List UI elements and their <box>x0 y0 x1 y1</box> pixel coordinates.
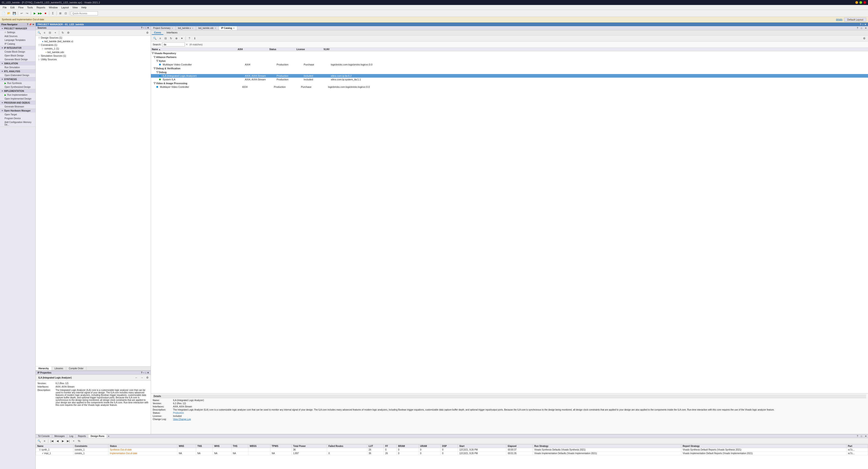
ip-item-system-ila[interactable]: System ILA AXI4, AXI4-Stream Production … <box>151 78 868 81</box>
nav-item-add-config-memory[interactable]: Add Configuration Memory De... <box>0 120 35 127</box>
tb-run2[interactable]: ▶▶ <box>37 11 42 16</box>
tab-ip-catalog[interactable]: IP Catalog ✕ <box>219 26 238 30</box>
nav-item-program-device[interactable]: Program Device <box>0 116 35 120</box>
ip-item-ila[interactable]: ILA (Integrated Logic Analyzer) AXI4, AX… <box>151 74 868 78</box>
details-link[interactable]: details <box>836 18 842 21</box>
nav-item-open-elaborated-design[interactable]: Open Elaborated Design <box>0 73 35 77</box>
ip-props-maximize[interactable]: □ <box>145 371 146 374</box>
ip-props-minimize[interactable]: − <box>143 371 144 374</box>
ip-collapse-btn[interactable]: ⊟ <box>163 36 168 41</box>
tb-redo[interactable]: ↪ <box>25 11 30 16</box>
menu-file[interactable]: File <box>1 6 8 9</box>
bottom-close[interactable]: ✕ <box>864 434 868 438</box>
ip-group-video-image[interactable]: ▽ Video & Image Processing <box>151 81 868 85</box>
tab-messages[interactable]: Messages <box>52 434 67 438</box>
tab-compile-order[interactable]: Compile Order <box>66 367 87 370</box>
tab-log[interactable]: Log <box>67 434 76 438</box>
ip-group-vivado-repo[interactable]: ▽ Vivado Repository <box>151 51 868 55</box>
ip-search-icon[interactable]: 🔍 <box>152 36 157 41</box>
sources-refresh-btn[interactable]: ↻ <box>60 30 65 35</box>
ip-item-mvc-1[interactable]: Multilayer Video Controller AXI4 Product… <box>151 63 868 66</box>
ip-search-input[interactable] <box>162 42 185 46</box>
ip-group-alliance-partners[interactable]: ▽ Alliance Partners <box>151 55 868 59</box>
ip-customize-btn[interactable]: ✦ <box>179 36 184 41</box>
nav-item-ip-catalog[interactable]: IP Catalog <box>0 42 35 46</box>
nav-section-header-hw-manager[interactable]: ▼ Open Hardware Manager <box>0 109 35 113</box>
menu-layout[interactable]: Layout <box>59 6 70 9</box>
sources-maximize[interactable]: □ <box>145 27 146 29</box>
tabs-help[interactable]: ? <box>855 26 860 30</box>
nav-section-header-implementation[interactable]: ▼ IMPLEMENTATION <box>0 89 35 93</box>
tab-reports[interactable]: Reports <box>76 434 88 438</box>
ip-help-btn[interactable]: ? <box>187 36 192 41</box>
ip-settings-btn[interactable]: ⚙ <box>862 36 867 41</box>
ip-props-back[interactable]: ← <box>134 375 139 380</box>
sources-filter-btn[interactable]: ≡ <box>42 30 47 35</box>
tab-design-runs[interactable]: Design Runs <box>88 434 107 438</box>
tb-misc1[interactable]: ⊞ <box>58 11 63 16</box>
ip-cat-tab-cores[interactable]: Cores <box>152 31 163 35</box>
ip-cat-tab-interfaces[interactable]: Interfaces <box>164 31 180 35</box>
close-button[interactable] <box>864 1 866 4</box>
sources-add-btn[interactable]: + <box>53 30 58 35</box>
minimize-button[interactable] <box>855 1 858 4</box>
menu-help[interactable]: Help <box>80 6 88 9</box>
dr-filter-btn[interactable]: ≡ <box>42 439 47 443</box>
nav-item-open-synthesized-design[interactable]: Open Synthesized Design <box>0 85 35 89</box>
tree-item-constrs-1[interactable]: ▷ constrs_1 (1) <box>36 47 151 50</box>
nav-item-open-implemented-design[interactable]: Open Implemented Design <box>0 97 35 101</box>
menu-view[interactable]: View <box>70 6 80 9</box>
nav-item-open-block-design[interactable]: Open Block Design <box>0 54 35 58</box>
maximize-button[interactable] <box>860 1 862 4</box>
nav-item-add-sources[interactable]: Add Sources <box>0 34 35 38</box>
flow-nav-close[interactable]: ✕ <box>32 23 34 26</box>
nav-section-header-rtl-analysis[interactable]: ▼ RTL ANALYSIS <box>0 69 35 73</box>
ip-connect-btn[interactable]: ⊕ <box>174 36 179 41</box>
dr-add-btn[interactable]: + <box>71 439 76 443</box>
tree-group-constraints[interactable]: ▽ Constraints (1) <box>36 43 151 47</box>
nav-section-header-program-debug[interactable]: ▼ PROGRAM AND DEBUG <box>0 101 35 105</box>
sources-collapse-btn[interactable]: ⊟ <box>48 30 53 35</box>
sources-help[interactable]: ? <box>141 27 142 29</box>
tab-led-twinkle-xdc-close[interactable]: ✕ <box>215 27 216 29</box>
flow-nav-pin[interactable]: 📌 <box>29 23 32 26</box>
ip-refresh-btn[interactable]: ↻ <box>168 36 174 41</box>
ip-props-forward[interactable]: → <box>140 375 144 380</box>
menu-tools[interactable]: Tools <box>25 6 35 9</box>
ip-filter-btn[interactable]: ≡ <box>158 36 163 41</box>
tab-libraries[interactable]: Libraries <box>52 367 66 370</box>
tree-group-utility-sources[interactable]: ▷ Utility Sources <box>36 58 151 61</box>
dr-search-btn[interactable]: 🔍 <box>37 439 41 443</box>
ip-info-btn[interactable]: ℹ <box>192 36 197 41</box>
nav-section-header-simulation[interactable]: ▼ SIMULATION <box>0 62 35 65</box>
tb-run[interactable]: ▶ <box>32 11 37 16</box>
tab-project-summary[interactable]: Project Summary ✕ <box>151 26 176 30</box>
ip-clear-btn[interactable]: ✕ <box>186 43 188 46</box>
menu-reports[interactable]: Reports <box>35 6 47 9</box>
pm-restore[interactable]: □ <box>862 23 864 26</box>
ip-group-debug-verification[interactable]: ▽ Debug & Verification <box>151 66 868 70</box>
menu-edit[interactable]: Edit <box>8 6 17 9</box>
dr-last-btn[interactable]: ▶| <box>66 439 71 443</box>
design-runs-tab-close[interactable]: ✕ <box>107 435 111 438</box>
tb-open[interactable]: 📂 <box>6 11 11 16</box>
tab-led-twinkle-xdc[interactable]: led_twinkle.xdc ✕ <box>196 26 219 30</box>
tb-new[interactable]: 📄 <box>1 11 6 16</box>
nav-item-open-target[interactable]: Open Target <box>0 113 35 116</box>
nav-item-generate-block-design[interactable]: Generate Block Design <box>0 58 35 61</box>
tabs-close[interactable]: ✕ <box>864 26 868 30</box>
nav-item-generate-bitstream[interactable]: Generate Bitstream <box>0 105 35 108</box>
tree-group-simulation-sources[interactable]: ▷ Simulation Sources (1) <box>36 54 151 58</box>
nav-section-header-project-manager[interactable]: ▼ PROJECT MANAGER <box>0 27 35 30</box>
sources-properties-btn[interactable]: ⚙ <box>66 30 71 35</box>
quick-access-search[interactable] <box>71 11 98 15</box>
pm-help[interactable]: ? <box>860 23 861 26</box>
dr-first-btn[interactable]: |◀ <box>50 439 55 443</box>
tb-save[interactable]: 💾 <box>12 11 17 16</box>
tb-stop[interactable]: ■ <box>43 11 48 16</box>
default-layout-button[interactable]: Default Layout <box>844 18 866 22</box>
sources-close[interactable]: ✕ <box>147 27 149 29</box>
bottom-restore[interactable]: □ <box>860 434 864 438</box>
sources-settings-btn[interactable]: ⚙ <box>145 30 150 35</box>
tab-hierarchy[interactable]: Hierarchy <box>36 367 52 370</box>
